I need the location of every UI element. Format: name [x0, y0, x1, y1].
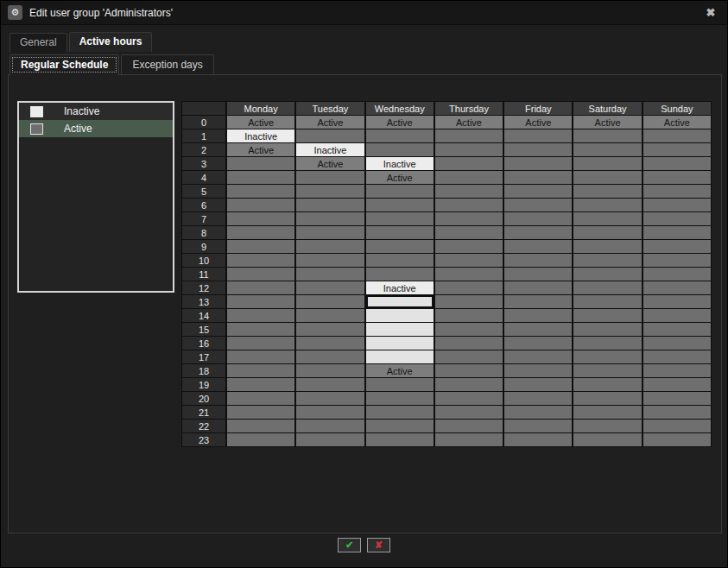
schedule-cell[interactable] — [296, 350, 364, 363]
schedule-cell[interactable] — [296, 171, 364, 184]
schedule-cell[interactable] — [366, 433, 434, 446]
schedule-cell[interactable] — [643, 254, 711, 267]
schedule-cell[interactable] — [504, 171, 572, 184]
schedule-cell[interactable] — [366, 268, 434, 281]
schedule-cell[interactable] — [227, 433, 294, 446]
schedule-cell[interactable] — [643, 350, 711, 363]
schedule-cell[interactable] — [573, 378, 641, 391]
day-column-header[interactable]: Wednesday — [366, 102, 434, 115]
schedule-cell[interactable] — [643, 309, 711, 322]
schedule-cell[interactable] — [227, 171, 294, 184]
schedule-cell[interactable] — [504, 420, 572, 432]
schedule-cell[interactable] — [573, 185, 641, 198]
schedule-cell[interactable] — [573, 157, 641, 170]
schedule-cell[interactable]: Inactive — [227, 129, 294, 142]
schedule-cell[interactable] — [643, 212, 711, 225]
schedule-cell[interactable] — [366, 406, 434, 419]
schedule-cell[interactable] — [573, 295, 641, 308]
cancel-button[interactable]: ✘ — [367, 538, 390, 552]
schedule-cell[interactable] — [643, 185, 711, 198]
schedule-cell[interactable] — [504, 226, 572, 239]
ok-button[interactable]: ✔ — [338, 538, 361, 552]
schedule-cell[interactable] — [366, 309, 434, 322]
schedule-cell[interactable] — [435, 129, 503, 142]
schedule-cell[interactable] — [435, 240, 503, 253]
schedule-cell[interactable] — [504, 378, 572, 391]
hour-row-label[interactable]: 11 — [182, 268, 225, 281]
schedule-cell[interactable] — [573, 240, 641, 253]
schedule-cell[interactable] — [573, 254, 641, 267]
schedule-cell[interactable] — [366, 295, 434, 308]
schedule-cell[interactable] — [573, 433, 641, 446]
schedule-cell[interactable] — [435, 433, 503, 446]
schedule-cell[interactable] — [435, 406, 503, 419]
schedule-cell[interactable] — [504, 406, 572, 419]
schedule-cell[interactable] — [227, 309, 294, 322]
hour-row-label[interactable]: 8 — [182, 226, 225, 239]
schedule-cell[interactable]: Active — [366, 364, 434, 377]
schedule-cell[interactable] — [504, 199, 572, 211]
day-column-header[interactable]: Tuesday — [296, 102, 364, 115]
schedule-cell[interactable] — [366, 199, 434, 211]
schedule-cell[interactable] — [573, 212, 641, 225]
schedule-cell[interactable] — [227, 157, 294, 170]
schedule-cell[interactable] — [227, 392, 294, 405]
hour-row-label[interactable]: 20 — [182, 392, 225, 405]
schedule-cell[interactable] — [643, 378, 711, 391]
schedule-cell[interactable] — [435, 268, 503, 281]
schedule-cell[interactable] — [573, 392, 641, 405]
hour-row-label[interactable]: 2 — [182, 143, 225, 156]
schedule-cell[interactable] — [573, 143, 641, 156]
schedule-cell[interactable] — [435, 350, 503, 363]
schedule-cell[interactable] — [504, 157, 572, 170]
schedule-cell[interactable]: Active — [573, 116, 641, 129]
schedule-cell[interactable] — [296, 323, 364, 336]
schedule-cell[interactable] — [296, 240, 364, 253]
hour-row-label[interactable]: 12 — [182, 281, 225, 294]
schedule-cell[interactable] — [435, 295, 503, 308]
schedule-cell[interactable] — [227, 185, 294, 198]
schedule-cell[interactable] — [296, 378, 364, 391]
schedule-cell[interactable] — [643, 295, 711, 308]
schedule-cell[interactable]: Inactive — [366, 157, 434, 170]
schedule-cell[interactable]: Active — [296, 157, 364, 170]
schedule-cell[interactable] — [504, 433, 572, 446]
tab-exception-days[interactable]: Exception days — [121, 54, 213, 74]
schedule-cell[interactable] — [504, 323, 572, 336]
schedule-cell[interactable] — [504, 268, 572, 281]
legend-item-active[interactable]: Active — [19, 120, 173, 137]
schedule-cell[interactable] — [366, 254, 434, 267]
schedule-cell[interactable] — [296, 226, 364, 239]
schedule-cell[interactable] — [296, 268, 364, 281]
schedule-cell[interactable] — [296, 337, 364, 350]
schedule-cell[interactable] — [504, 309, 572, 322]
schedule-cell[interactable] — [643, 406, 711, 419]
schedule-cell[interactable] — [643, 129, 711, 142]
schedule-cell[interactable]: Inactive — [366, 281, 434, 294]
schedule-cell[interactable] — [643, 143, 711, 156]
hour-row-label[interactable]: 1 — [182, 129, 225, 142]
schedule-cell[interactable] — [227, 406, 294, 419]
schedule-cell[interactable] — [435, 420, 503, 432]
schedule-cell[interactable] — [227, 240, 294, 253]
schedule-cell[interactable] — [643, 199, 711, 211]
schedule-cell[interactable] — [573, 420, 641, 432]
schedule-cell[interactable] — [573, 129, 641, 142]
schedule-cell[interactable] — [435, 254, 503, 267]
schedule-cell[interactable] — [296, 406, 364, 419]
hour-row-label[interactable]: 6 — [182, 199, 225, 211]
schedule-cell[interactable]: Active — [227, 143, 294, 156]
hour-row-label[interactable]: 5 — [182, 185, 225, 198]
schedule-cell[interactable] — [227, 350, 294, 363]
schedule-cell[interactable] — [435, 281, 503, 294]
schedule-cell[interactable] — [643, 337, 711, 350]
day-column-header[interactable]: Monday — [227, 102, 294, 115]
schedule-cell[interactable] — [435, 212, 503, 225]
schedule-cell[interactable] — [643, 240, 711, 253]
schedule-cell[interactable] — [573, 337, 641, 350]
schedule-cell[interactable] — [296, 433, 364, 446]
schedule-cell[interactable]: Active — [504, 116, 572, 129]
schedule-cell[interactable] — [504, 350, 572, 363]
schedule-cell[interactable] — [643, 323, 711, 336]
schedule-cell[interactable] — [573, 226, 641, 239]
